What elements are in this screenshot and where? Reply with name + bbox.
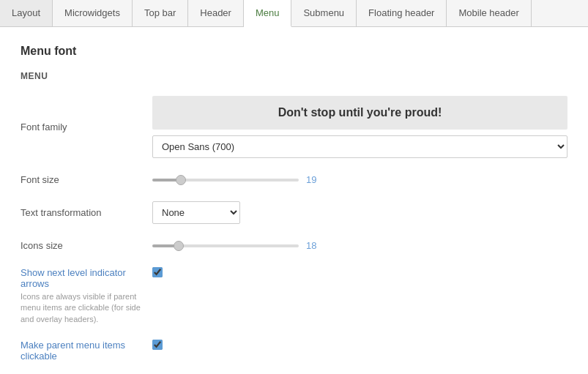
tab-submenu[interactable]: Submenu xyxy=(291,0,357,26)
make-parent-clickable-row: Make parent menu items clickable xyxy=(21,340,567,362)
font-size-slider[interactable] xyxy=(152,179,299,182)
font-preview: Don't stop until you're proud! xyxy=(152,96,567,130)
font-family-row: Font family Don't stop until you're prou… xyxy=(21,96,567,158)
tab-layout[interactable]: Layout xyxy=(0,0,53,26)
show-arrows-label-block: Show next level indicator arrows Icons a… xyxy=(21,267,152,325)
icons-size-value: 18 xyxy=(306,240,324,251)
icons-size-control: 18 xyxy=(152,240,567,251)
tab-menu[interactable]: Menu xyxy=(244,0,292,27)
font-family-control: Don't stop until you're proud! Open Sans… xyxy=(152,96,567,158)
make-parent-clickable-checkbox[interactable] xyxy=(152,340,163,350)
make-parent-clickable-label-block: Make parent menu items clickable xyxy=(21,340,152,362)
tab-floating-header[interactable]: Floating header xyxy=(357,0,447,26)
section-title: Menu font xyxy=(21,45,567,58)
font-family-label: Font family xyxy=(21,121,152,132)
text-transformation-row: Text transformation None Uppercase Lower… xyxy=(21,201,567,224)
font-size-label: Font size xyxy=(21,174,152,185)
text-transformation-control: None Uppercase Lowercase Capitalize xyxy=(152,201,567,224)
tab-mobile-header[interactable]: Mobile header xyxy=(447,0,531,26)
content-area: Menu font MENU Font family Don't stop un… xyxy=(0,27,588,374)
icons-size-slider[interactable] xyxy=(152,244,299,247)
text-transformation-label: Text transformation xyxy=(21,207,152,218)
tab-topbar[interactable]: Top bar xyxy=(133,0,188,26)
text-transformation-select[interactable]: None Uppercase Lowercase Capitalize xyxy=(152,201,240,224)
show-arrows-checkbox[interactable] xyxy=(152,267,163,277)
show-arrows-label: Show next level indicator arrows xyxy=(21,267,152,289)
show-arrows-row: Show next level indicator arrows Icons a… xyxy=(21,267,567,325)
font-size-row: Font size 19 xyxy=(21,174,567,185)
font-size-value: 19 xyxy=(306,174,324,185)
show-arrows-sublabel: Icons are always visible if parent menu … xyxy=(21,291,152,325)
tab-microwidgets[interactable]: Microwidgets xyxy=(53,0,133,26)
tab-bar: Layout Microwidgets Top bar Header Menu … xyxy=(0,0,588,27)
section-group-label: MENU xyxy=(21,71,567,81)
font-size-control: 19 xyxy=(152,174,567,185)
tab-header[interactable]: Header xyxy=(188,0,244,26)
icons-size-label: Icons size xyxy=(21,240,152,251)
make-parent-clickable-label: Make parent menu items clickable xyxy=(21,340,152,362)
icons-size-row: Icons size 18 xyxy=(21,240,567,251)
font-family-select[interactable]: Open Sans (700) Arial Georgia Helvetica … xyxy=(152,135,567,158)
